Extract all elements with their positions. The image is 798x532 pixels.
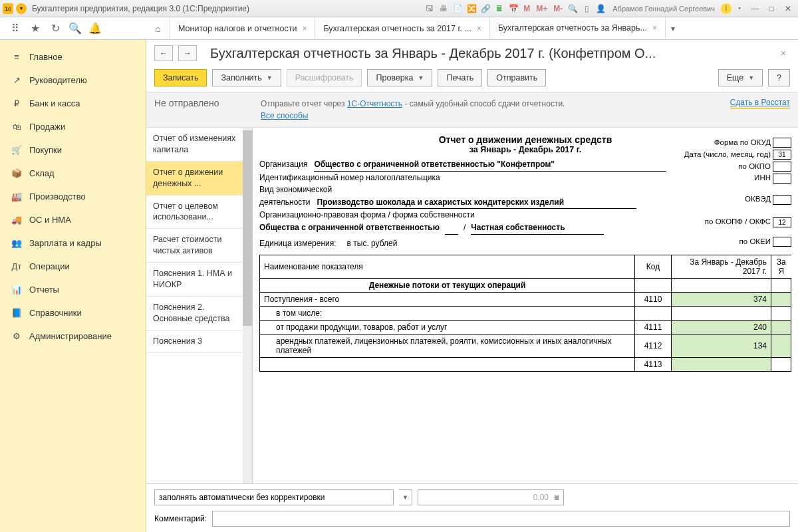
tab-dropdown-icon[interactable]: ▾ [666, 17, 680, 39]
m-plus-button[interactable]: M+ [534, 4, 549, 13]
sidebar-item[interactable]: ≡Главное [0, 45, 146, 68]
calc-icon[interactable]: 🖩 [553, 493, 561, 501]
page-title: Бухгалтерская отчетность за Январь - Дек… [210, 46, 771, 61]
close-icon[interactable]: ✕ [781, 3, 795, 15]
app-menu-icon[interactable]: ▾ [16, 3, 27, 14]
sidebar-item[interactable]: 🏭Производство [0, 185, 146, 208]
help-button[interactable]: ? [768, 69, 790, 86]
tab-monitor[interactable]: Монитор налогов и отчетности × [170, 17, 315, 39]
page-close-icon[interactable]: × [777, 48, 790, 59]
tab-close-icon[interactable]: × [652, 23, 657, 33]
minimize-icon[interactable]: — [747, 3, 762, 15]
window-title: Бухгалтерия предприятия, редакция 3.0 (1… [32, 4, 249, 13]
dropdown-icon[interactable]: ▼ [399, 489, 412, 505]
sidebar-label: Администрирование [29, 331, 112, 341]
section-item[interactable]: Пояснения 2. Основные средства [146, 297, 252, 331]
sidebar-label: ОС и НМА [29, 215, 71, 225]
more-button[interactable]: Еще▼ [718, 69, 763, 86]
link-icon[interactable]: 🔗 [479, 3, 491, 15]
sidebar-item[interactable]: ДтОперации [0, 255, 146, 278]
toolbar-icon[interactable]: 🖫 [424, 3, 436, 15]
calendar-icon[interactable]: 📅 [507, 3, 519, 15]
tab-report-2017[interactable]: Бухгалтерская отчетность за 2017 г. ... … [315, 17, 489, 39]
tab-close-icon[interactable]: × [302, 24, 307, 33]
zoom-icon[interactable]: 🔍 [567, 3, 579, 15]
amount-input[interactable]: 0,00🖩 [418, 489, 564, 505]
save-button[interactable]: Записать [154, 69, 207, 86]
link-all-methods[interactable]: Все способы [261, 111, 309, 120]
table-row: арендных платежей, лицензионных платежей… [260, 334, 791, 358]
bell-icon[interactable]: 🔔 [89, 23, 101, 35]
tab-bar: ⠿ ★ ↻ 🔍 🔔 ⌂ Монитор налогов и отчетности… [0, 17, 798, 40]
sidebar-label: Банк и касса [29, 98, 80, 108]
sidebar-item[interactable]: 👥Зарплата и кадры [0, 231, 146, 255]
compare-icon[interactable]: 🔀 [466, 3, 477, 15]
sidebar-item[interactable]: ₽Банк и касса [0, 92, 146, 115]
sidebar-item[interactable]: 📘Справочники [0, 301, 146, 325]
check-button[interactable]: Проверка▼ [367, 69, 432, 86]
favorites-icon[interactable]: ▯ [581, 3, 593, 15]
link-1c-report[interactable]: 1С-Отчетность [347, 99, 402, 108]
sidebar-icon: 🏭 [11, 192, 23, 201]
m-button[interactable]: M [521, 4, 532, 13]
comment-label: Комментарий: [154, 514, 207, 523]
back-button[interactable]: ← [154, 45, 173, 61]
sidebar-label: Покупки [29, 145, 62, 155]
print-button[interactable]: Печать [438, 69, 482, 86]
forward-button[interactable]: → [178, 45, 197, 61]
sidebar-item[interactable]: ⚙Администрирование [0, 325, 146, 348]
submit-rosstat-link[interactable]: Сдать в Росстат [730, 98, 790, 109]
star-icon[interactable]: ★ [29, 23, 41, 35]
sidebar-item[interactable]: ↗Руководителю [0, 68, 146, 92]
report-table: Наименование показателя Код За Январь - … [259, 255, 791, 372]
tab-report-jan[interactable]: Бухгалтерская отчетность за Январь... × [490, 17, 666, 39]
sidebar-icon: ⚙ [11, 331, 23, 341]
comment-input[interactable] [212, 511, 790, 527]
apps-icon[interactable]: ⠿ [9, 23, 21, 35]
section-item[interactable]: Отчет об изменениях капитала [146, 128, 252, 162]
sidebar-icon: ≡ [11, 52, 23, 62]
sidebar-label: Отчеты [29, 285, 59, 295]
home-button[interactable]: ⌂ [146, 17, 170, 39]
calc-icon[interactable]: 🖩 [493, 3, 505, 15]
sidebar-label: Склад [29, 168, 55, 178]
scrollbar[interactable] [243, 128, 252, 483]
form-codes-block: Форма по ОКУД Дата (число, месяц, год)31… [684, 137, 791, 248]
sidebar-item[interactable]: 📦Склад [0, 162, 146, 185]
user-icon: 👤 [595, 3, 606, 15]
doc-icon[interactable]: 📄 [452, 3, 464, 15]
sidebar-item[interactable]: 🚚ОС и НМА [0, 208, 146, 231]
command-bar: Записать Заполнить▼ Расшифровать Проверк… [146, 64, 798, 92]
table-row: в том числе: [260, 307, 791, 321]
sidebar-label: Продажи [29, 122, 65, 132]
tab-close-icon[interactable]: × [477, 24, 481, 33]
print-icon[interactable]: 🖶 [438, 3, 450, 15]
table-row: от продажи продукции, товаров, работ и у… [260, 321, 791, 334]
sidebar-item[interactable]: 🛒Покупки [0, 138, 146, 162]
search-icon[interactable]: 🔍 [69, 23, 81, 35]
sidebar-icon: ₽ [11, 98, 23, 108]
fill-mode-select[interactable]: заполнять автоматически без корректировк… [154, 489, 394, 505]
tab-label: Бухгалтерская отчетность за 2017 г. ... [323, 24, 471, 33]
maximize-icon[interactable]: □ [764, 3, 779, 15]
sidebar-item[interactable]: 📊Отчеты [0, 278, 146, 301]
info-dd-icon[interactable]: ▾ [733, 3, 745, 15]
fill-button[interactable]: Заполнить▼ [212, 69, 281, 86]
status-info-bar: Не отправлено Отправьте отчет через 1С-О… [146, 92, 798, 128]
section-item[interactable]: Пояснения 1. НМА и НИОКР [146, 263, 252, 297]
sidebar-icon: 📘 [11, 308, 23, 318]
history-icon[interactable]: ↻ [49, 23, 61, 35]
sidebar-item[interactable]: 🛍Продажи [0, 115, 146, 138]
section-item[interactable]: Отчет о движении денежных ... [146, 162, 252, 196]
user-name: Абрамов Геннадий Сергеевич [612, 5, 715, 13]
m-minus-button[interactable]: M- [551, 4, 565, 13]
section-item[interactable]: Расчет стоимости чистых активов [146, 229, 252, 263]
decode-button[interactable]: Расшифровать [287, 69, 362, 86]
section-item[interactable]: Пояснения 3 [146, 331, 252, 353]
sidebar-icon: 👥 [11, 238, 23, 248]
send-button[interactable]: Отправить [487, 69, 546, 86]
info-icon[interactable]: i [721, 3, 732, 14]
section-item[interactable]: Отчет о целевом использовани... [146, 196, 252, 229]
sidebar-icon: ↗ [11, 75, 23, 85]
sidebar-label: Производство [29, 192, 86, 201]
